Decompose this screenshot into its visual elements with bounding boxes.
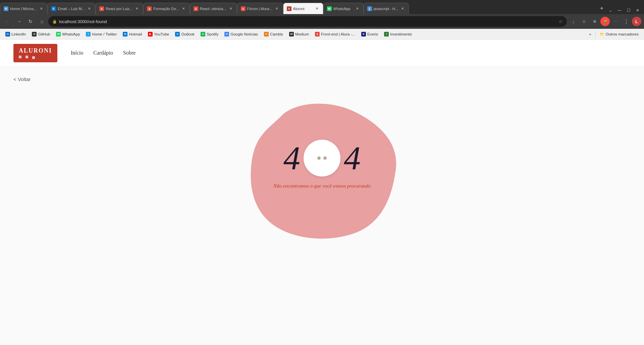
nav-cardapio[interactable]: Cardápio: [93, 50, 113, 56]
bookmark-item-bm-whatsapp[interactable]: WWhatsApp: [53, 30, 83, 38]
minimize-button[interactable]: —: [615, 7, 624, 14]
tab-bar: H Home | Micros... ✕ E Email – Luiz M...…: [0, 0, 644, 14]
bookmark-item-bm-linkedin[interactable]: inLinkedIn: [3, 30, 29, 38]
address-text: localhost:3000/not-found: [59, 19, 556, 24]
bookmark-item-bm-hotmail[interactable]: MHotmail: [120, 30, 145, 38]
tab-label: Aluroni: [293, 7, 313, 11]
profile-button[interactable]: L: [632, 17, 641, 26]
tab-close-button[interactable]: ✕: [400, 6, 405, 11]
browser-toolbar: ← → ↻ ⌂ 🔒 localhost:3000/not-found ☆ ↓ ☆…: [0, 14, 644, 29]
bookmark-label: Medium: [295, 32, 309, 36]
refresh-button[interactable]: ↻: [25, 16, 36, 26]
bookmark-label: Home / Twitter: [92, 32, 117, 36]
bookmark-item-bm-medium[interactable]: MMedium: [286, 30, 312, 38]
close-browser-button[interactable]: ✕: [634, 7, 641, 14]
back-button[interactable]: ←: [3, 16, 13, 26]
nav-sobre[interactable]: Sobre: [123, 50, 136, 56]
bookmark-item-bm-youtube[interactable]: ▶YouTube: [145, 30, 172, 38]
app-navbar: ALURONI Início Cardápio Sobre: [0, 40, 644, 66]
bookmarks-more-button[interactable]: »: [586, 30, 594, 38]
tab-favicon: W: [327, 6, 332, 11]
puzzle-icon[interactable]: ⋯: [610, 16, 621, 26]
bookmark-item-bm-github[interactable]: GGitHub: [29, 30, 53, 38]
tab-label: Fórum | Alura...: [247, 7, 272, 11]
bookmark-label: GitHub: [38, 32, 50, 36]
page-content: ALURONI Início Cardápio Sobre: [0, 40, 644, 345]
browser-tab-tab-react[interactable]: a React por Luiz... ✕: [96, 3, 143, 14]
bookmark-item-bm-outlook[interactable]: OOutlook: [172, 30, 197, 38]
bookmark-label: Cambly: [270, 32, 283, 36]
tab-favicon: H: [4, 6, 8, 11]
browser-tab-tab-home[interactable]: H Home | Micros... ✕: [0, 3, 48, 14]
bookmark-item-bm-frontend[interactable]: aFront-end | Alura -...: [312, 30, 358, 38]
tab-favicon: E: [51, 6, 56, 11]
bookmark-item-bm-twitter[interactable]: tHome / Twitter: [83, 30, 119, 38]
browser-tab-tab-aluroni[interactable]: A Aluroni ✕: [283, 3, 323, 14]
tab-close-button[interactable]: ✕: [355, 6, 360, 11]
bookmark-label: Google Notícias: [230, 32, 258, 36]
bookmark-separator: [595, 31, 596, 37]
browser-tab-tab-formacao[interactable]: a Formação Ge... ✕: [143, 3, 190, 14]
bookmark-favicon: C: [264, 32, 269, 37]
bookmark-favicon: W: [56, 32, 61, 37]
bookmark-favicon: M: [289, 32, 294, 37]
tab-label: javascript - H...: [374, 7, 398, 11]
bookmark-item-bm-cambly[interactable]: CCambly: [261, 30, 286, 38]
tab-close-button[interactable]: ✕: [314, 6, 320, 11]
bookmark-item-bm-google-news[interactable]: GGoogle Notícias: [222, 30, 261, 38]
tab-label: WhatsApp: [333, 7, 353, 11]
bookmark-favicon: I: [384, 32, 389, 37]
tab-close-button[interactable]: ✕: [228, 6, 233, 11]
bookmark-label: Investimento: [390, 32, 412, 36]
settings-icon[interactable]: ⋮: [621, 16, 631, 26]
tab-close-button[interactable]: ✕: [87, 6, 92, 11]
tab-favicon: a: [99, 6, 104, 11]
bookmark-favicon: E: [361, 32, 366, 37]
error-four-right: 4: [344, 141, 361, 175]
bookmark-label: WhatsApp: [62, 32, 80, 36]
tab-controls: ⌄ — ☐ ✕: [607, 7, 644, 14]
star-icon[interactable]: ☆: [558, 19, 563, 24]
bookmark-icon[interactable]: ☆: [579, 16, 589, 26]
bookmark-favicon: O: [175, 32, 180, 37]
tab-label: Formação Ge...: [153, 7, 179, 11]
bookmark-item-bm-spotify[interactable]: SSpotify: [198, 30, 221, 38]
tab-search-button[interactable]: ⌄: [607, 7, 614, 14]
browser-tab-tab-react-opt[interactable]: a React: otimiza... ✕: [190, 3, 237, 14]
error-message: Não encontramos o que você estava procur…: [273, 183, 371, 189]
downloads-icon[interactable]: ↓: [568, 16, 578, 26]
bookmark-item-bm-everis[interactable]: EEveris: [359, 30, 381, 38]
bookmark-favicon: M: [123, 32, 127, 37]
address-bar[interactable]: 🔒 localhost:3000/not-found ☆: [48, 16, 567, 27]
home-button[interactable]: ⌂: [37, 16, 47, 26]
forward-button[interactable]: →: [14, 16, 24, 26]
browser-tab-tab-forum[interactable]: a Fórum | Alura... ✕: [237, 3, 283, 14]
browser-tab-tab-email[interactable]: E Email – Luiz M... ✕: [48, 3, 96, 14]
tab-close-button[interactable]: ✕: [181, 6, 186, 11]
maximize-button[interactable]: ☐: [625, 7, 633, 14]
bookmark-label: Spotify: [207, 32, 218, 36]
bookmark-item-bm-investimento[interactable]: IInvestimento: [381, 30, 415, 38]
bookmark-label: YouTube: [154, 32, 169, 36]
browser-tab-tab-whatsapp[interactable]: W WhatsApp ✕: [323, 3, 364, 14]
logo-container[interactable]: ALURONI: [13, 44, 57, 62]
profile-settings-icon[interactable]: ⚙: [590, 16, 600, 26]
back-link[interactable]: < Voltar: [13, 76, 31, 82]
bookmark-label: Hotmail: [129, 32, 142, 36]
other-bookmarks-icon: 📁: [600, 32, 604, 37]
bookmark-label: Outlook: [181, 32, 195, 36]
logo-text: ALURONI: [19, 47, 52, 54]
browser-tab-tab-javascript[interactable]: j javascript - H... ✕: [364, 3, 409, 14]
other-bookmarks-button[interactable]: 📁Outros marcadores: [597, 30, 641, 38]
bookmark-label: Front-end | Alura -...: [321, 32, 355, 36]
tab-label: Email – Luiz M...: [58, 7, 85, 11]
tab-close-button[interactable]: ✕: [134, 6, 140, 11]
tab-close-button[interactable]: ✕: [274, 6, 279, 11]
new-tab-button[interactable]: +: [597, 3, 607, 14]
tab-favicon: a: [241, 6, 246, 11]
nav-inicio[interactable]: Início: [71, 50, 83, 56]
extensions-button[interactable]: 🧩: [600, 17, 610, 26]
toolbar-actions: ↓ ☆ ⚙ 🧩 ⋯ ⋮ L: [568, 16, 641, 26]
tab-close-button[interactable]: ✕: [39, 6, 44, 11]
bookmark-favicon: a: [315, 32, 320, 37]
